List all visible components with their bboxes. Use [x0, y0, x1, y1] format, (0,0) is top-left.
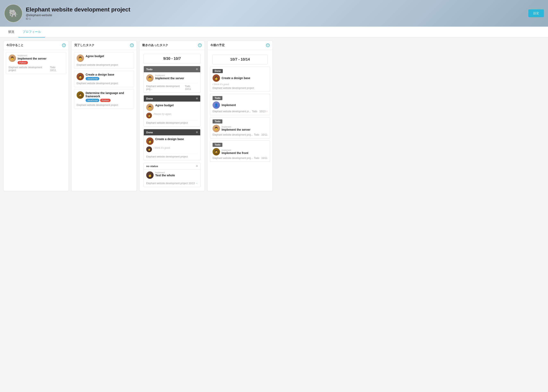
task-category: Implement: [155, 74, 184, 77]
tag-python: Python: [18, 61, 28, 64]
avatar: 🐘: [4, 4, 22, 22]
badge-done: Done: [213, 69, 267, 74]
task-info: Implement Test the whole: [155, 171, 175, 177]
today-column-body: 👨 Implement Implement the server Python …: [3, 50, 69, 78]
task-info: Implement Implement the server: [155, 74, 184, 80]
badge-todo: Todo: [213, 96, 267, 101]
future-task-card[interactable]: Done 👩 Create a design base I think it's…: [210, 67, 270, 92]
task-name: Determine the language and framework: [86, 91, 132, 98]
task-tags: Python: [18, 61, 63, 64]
activity-card-header: Todo ≡: [144, 66, 200, 72]
menu-icon[interactable]: ≡: [196, 67, 198, 71]
upcoming-column-header: 今後の予定 ?: [208, 41, 273, 50]
task-project: Elephant website development project: [76, 82, 118, 85]
activity-footer: Elephant website development proj... Tod…: [146, 83, 198, 91]
task-project: Elephant website development project: [213, 87, 254, 90]
task-meta: Todo 10/11: [185, 85, 198, 91]
activity-card[interactable]: Todo ≡ 👨 Implement Implement the server …: [144, 66, 201, 93]
activity-column-body: 9/30 - 10/7 Todo ≡ 👨 Implement Implement…: [139, 50, 205, 191]
activity-column: 動きのあったタスク ? 9/30 - 10/7 Todo ≡ 👨 Impleme…: [139, 41, 205, 191]
task-info: Determine the language and framework Jav…: [86, 91, 132, 102]
task-card[interactable]: 👨 Agree budget Elephant website developm…: [74, 52, 134, 69]
activity-card-body: 👩 Implement Test the whole Elephant webs…: [144, 169, 200, 187]
task-tags: JavaScript: [86, 77, 132, 80]
task-footer: Elephant website development project: [76, 82, 132, 85]
avatar: 👨: [9, 55, 16, 62]
task-card[interactable]: 🧔 Determine the language and framework J…: [74, 89, 134, 109]
task-footer: Elephant website development project: [76, 63, 132, 66]
activity-card-header: Done ≡: [144, 95, 200, 102]
activity-card[interactable]: no status ≡ 👩 Implement Test the whole E…: [144, 163, 201, 187]
header-info: Elephant website development project @el…: [26, 6, 130, 20]
comment-text: I think it's good.: [213, 83, 267, 86]
comment-row: 👩 I think it's good.: [146, 147, 198, 152]
activity-help-icon[interactable]: ?: [198, 43, 202, 47]
menu-icon[interactable]: ≡: [196, 164, 198, 168]
activity-card-header: no status ≡: [144, 163, 200, 169]
status-label: Done: [146, 131, 153, 134]
activity-task-row: 👨 Agree budget: [146, 104, 198, 111]
task-name: Agree budget: [155, 104, 174, 107]
tab-status[interactable]: 状況: [4, 27, 18, 37]
task-name: Create a design base: [86, 73, 132, 76]
upcoming-help-icon[interactable]: ?: [266, 43, 270, 47]
activity-card-body: 👨 Implement Implement the server Elephan…: [144, 72, 200, 93]
completed-column: 完了したタスク ? 👨 Agree budget Elephant websit…: [71, 41, 137, 191]
avatar: 👨: [146, 74, 153, 82]
activity-task-row: 👩 Create a design base: [146, 137, 198, 145]
task-name: Create a design base: [222, 76, 250, 80]
avatar: 👨: [213, 125, 220, 132]
activity-card-body: 👨 Agree budget 👩 Please try again. Eleph…: [144, 102, 200, 126]
future-task-card[interactable]: Todo 🧔 Implement Implement the front Ele…: [210, 140, 270, 162]
activity-card[interactable]: Done ≡ 👨 Agree budget 👩 Please try again…: [144, 95, 201, 126]
comment-text: I think it's good.: [153, 147, 171, 149]
task-name: Test the whole: [155, 174, 175, 177]
future-footer: Elephant website development project: [213, 87, 267, 90]
activity-footer: Elephant website development project: [146, 120, 198, 124]
tab-bar: 状況 プロフィール: [0, 27, 548, 37]
project-title: Elephant website development project: [26, 6, 130, 13]
task-footer: Elephant website development project Tod…: [9, 66, 63, 72]
completed-help-icon[interactable]: ?: [130, 43, 134, 47]
today-help-icon[interactable]: ?: [62, 43, 66, 47]
future-task-card[interactable]: Todo 👤 Implement Elephant website develo…: [210, 94, 270, 115]
task-project: Elephant website development project: [76, 104, 118, 106]
task-meta: 10/13 →: [189, 182, 198, 185]
future-footer: Elephant website development proj... Tod…: [213, 133, 267, 136]
task-meta: Todo 10/11: [254, 157, 267, 160]
completed-column-header: 完了したタスク ?: [71, 41, 137, 50]
future-footer: Elephant website development proj... Tod…: [213, 157, 267, 160]
task-info: Create a design base: [222, 76, 250, 80]
task-name: Implement the server: [18, 57, 63, 60]
settings-button[interactable]: 設定: [528, 9, 544, 17]
task-category: Implement: [155, 171, 175, 174]
activity-column-title: 動きのあったタスク: [142, 43, 168, 47]
task-name: Implement: [222, 103, 236, 107]
future-task-header: 👤 Implement: [213, 101, 267, 109]
activity-column-header: 動きのあったタスク ?: [139, 41, 205, 50]
task-card[interactable]: 👩 Create a design base JavaScript Elepha…: [74, 71, 134, 87]
menu-icon[interactable]: ≡: [196, 97, 198, 100]
activity-card[interactable]: Done ≡ 👩 Create a design base 👩 I think …: [144, 129, 201, 160]
upcoming-column-title: 今後の予定: [210, 43, 225, 47]
task-project: Elephant website development proj...: [146, 85, 185, 91]
task-project: Elephant website development project: [146, 182, 188, 185]
activity-task-row: 👨 Implement Implement the server: [146, 74, 198, 82]
menu-icon[interactable]: ≡: [196, 130, 198, 134]
today-column: 今日やること ? 👨 Implement Implement the serve…: [3, 41, 69, 191]
tab-profile[interactable]: プロフィール: [18, 27, 45, 37]
today-column-header: 今日やること ?: [3, 41, 69, 50]
activity-date-range: 9/30 - 10/7: [144, 54, 201, 63]
tag-javascript: JavaScript: [86, 99, 99, 102]
task-meta: Todo 10/13 ↑: [252, 110, 267, 113]
project-username: @elephant-website: [26, 13, 130, 17]
task-info: Implement Implement the server Python: [18, 55, 63, 64]
task-info: Implement: [222, 103, 236, 107]
avatar: 👩: [213, 74, 220, 82]
activity-task-row: 👩 Implement Test the whole: [146, 171, 198, 179]
small-avatar: 👩: [146, 113, 152, 118]
future-task-card[interactable]: Todo 👨 Implement Implement the server El…: [210, 117, 270, 139]
task-card[interactable]: 👨 Implement Implement the server Python …: [6, 52, 66, 74]
comment-row: 👩 Please try again.: [146, 113, 198, 118]
avatar: 👨: [76, 55, 84, 62]
